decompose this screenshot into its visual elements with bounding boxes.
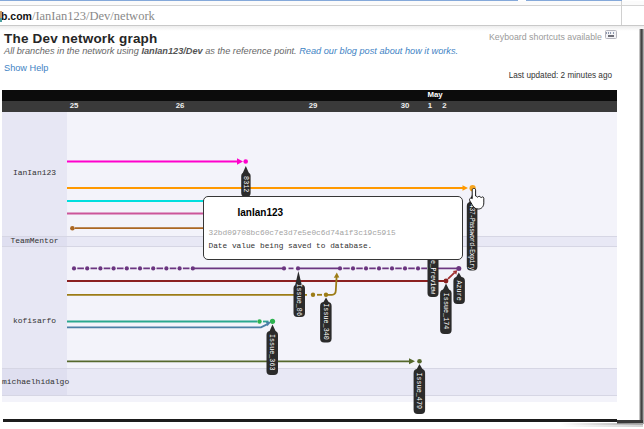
svg-text:8312: 8312 <box>242 176 249 192</box>
svg-text:Issue_174: Issue_174 <box>442 293 449 330</box>
svg-text:Issue_86: Issue_86 <box>295 284 302 316</box>
svg-text:Issue_479: Issue_479 <box>415 373 422 410</box>
svg-text:Azure: Azure <box>455 281 462 301</box>
svg-text:437-Password-Expiry: 437-Password-Expiry <box>468 204 475 271</box>
svg-text:Issue_340: Issue_340 <box>322 303 329 340</box>
svg-text:Issue_363: Issue_363 <box>268 334 275 371</box>
